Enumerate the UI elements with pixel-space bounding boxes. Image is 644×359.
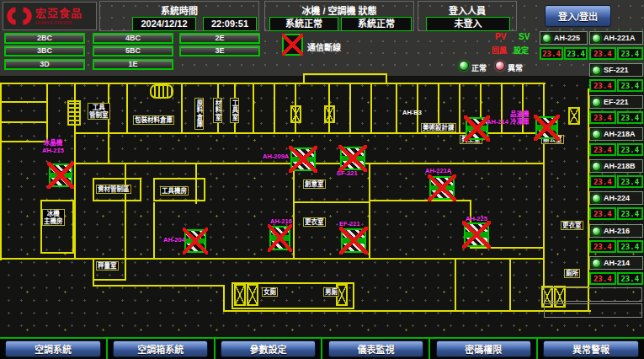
- unit-button-AH-218B[interactable]: AH-218B: [589, 159, 643, 173]
- unit-sv-value: 23.4: [617, 175, 644, 188]
- logo-text: 宏亞食品 HUNYA FOODS: [35, 8, 82, 25]
- map-wall: [93, 285, 225, 287]
- room-label: 創意室: [303, 180, 326, 189]
- floor-button-4bc[interactable]: 4BC: [93, 33, 173, 44]
- unit-sv-value: 23.4: [617, 111, 644, 124]
- unit-pv-value: 23.4: [589, 240, 616, 253]
- unit-status-led-icon: [592, 34, 601, 43]
- ahu-comm-fail-icon[interactable]: [269, 226, 290, 250]
- unit-pv-value: 23.4: [589, 272, 616, 285]
- unit-pv-value: 23.4: [589, 175, 616, 188]
- ahu-comm-fail-icon[interactable]: [290, 147, 316, 171]
- ahu-map-label: 品溫機 冷凍庫: [510, 111, 530, 126]
- unit-temperature-values: 23.423.4: [589, 143, 643, 156]
- unit-temperature-values: 23.423.4: [589, 175, 643, 188]
- ahu-comm-fail-icon[interactable]: [49, 163, 72, 187]
- map-wall: [349, 83, 351, 132]
- map-wall: [0, 83, 546, 84]
- stairwell-x-icon: [568, 107, 580, 125]
- unit-pv-value: 23.4: [589, 79, 616, 92]
- room-label: 原料倉庫: [194, 98, 204, 130]
- map-wall: [293, 201, 370, 203]
- menu-button-ac-system[interactable]: 空調系統: [5, 340, 100, 357]
- unit-pv-value: 23.4: [589, 143, 616, 156]
- unit-temperature-values: 23.423.4: [540, 47, 588, 60]
- unit-button-AH-225[interactable]: AH-225: [540, 31, 588, 45]
- unit-button-AH-218A[interactable]: AH-218A: [589, 127, 643, 141]
- unit-name-label: AH-218A: [604, 130, 636, 138]
- room-label: 秤量室: [96, 261, 119, 271]
- unit-temperature-values: 23.423.4: [589, 207, 643, 220]
- ahu-map-label: AH-204: [163, 237, 185, 244]
- ahu-map-label: AH-225: [466, 216, 487, 223]
- map-wall: [74, 163, 76, 260]
- unit-sv-value: 23.4: [617, 47, 644, 60]
- room-label: 廁所: [564, 269, 580, 278]
- unit-sv-value: 23.4: [617, 143, 644, 156]
- unit-button-AH-216[interactable]: AH-216: [589, 224, 643, 238]
- stairwell-x-icon: [324, 105, 335, 123]
- floor-button-3bc[interactable]: 3BC: [4, 46, 85, 56]
- map-room-outline: [40, 200, 74, 254]
- pv-sub-label: 回風: [492, 45, 507, 56]
- room-label: 資材管制區: [96, 185, 131, 194]
- unit-name-label: AH-218B: [604, 162, 636, 170]
- unit-pv-value: 23.4: [589, 47, 616, 60]
- ahu-comm-fail-icon[interactable]: [340, 147, 365, 170]
- comm-fail-x-icon: [282, 34, 303, 56]
- unit-temperature-values: 23.423.4: [589, 79, 643, 92]
- floor-button-2bc[interactable]: 2BC: [4, 33, 85, 44]
- unit-name-label: SF-221: [604, 66, 629, 74]
- sv-sub-label: 設定: [514, 45, 529, 56]
- ahu-map-label: EF-221: [339, 221, 360, 228]
- menu-button-password-auth[interactable]: 密碼權限: [436, 340, 531, 357]
- map-wall: [0, 258, 545, 260]
- floor-button-2e[interactable]: 2E: [179, 33, 260, 44]
- unit-button-AH-214[interactable]: AH-214: [589, 256, 643, 270]
- unit-name-label: AH-214: [604, 259, 630, 267]
- unit-name-label: AH-224: [604, 194, 630, 202]
- ahu-comm-fail-icon[interactable]: [184, 229, 206, 253]
- map-wall: [369, 163, 370, 260]
- menu-button-alarm[interactable]: 異常警報: [543, 340, 638, 357]
- map-wall: [455, 258, 456, 310]
- login-logout-button[interactable]: 登入/登出: [545, 5, 611, 27]
- menu-button-ahu-system[interactable]: 空調箱系統: [113, 340, 208, 357]
- map-wall: [0, 141, 48, 142]
- unit-sv-value: 23.4: [617, 272, 644, 285]
- ahu-comm-fail-icon[interactable]: [466, 117, 488, 140]
- unit-pv-value: 23.4: [540, 47, 563, 60]
- elevator-icon: [150, 84, 173, 99]
- unit-status-led-icon: [592, 130, 601, 139]
- room-label: 工具室: [230, 98, 239, 123]
- unit-name-label: AH-225: [554, 34, 580, 42]
- empty-unit-slot: [544, 303, 642, 318]
- room-label: AH-B3: [402, 109, 423, 116]
- empty-unit-slot: [544, 287, 642, 302]
- unit-button-SF-221[interactable]: SF-221: [589, 63, 643, 77]
- ahu-comm-fail-icon[interactable]: [429, 176, 455, 200]
- map-wall: [0, 101, 48, 103]
- ahu-comm-fail-icon[interactable]: [341, 228, 366, 253]
- map-wall: [153, 202, 155, 260]
- unit-button-AH-221A[interactable]: AH-221A: [589, 31, 643, 45]
- menu-button-param-setting[interactable]: 參數設定: [221, 340, 316, 357]
- ahu-comm-fail-icon[interactable]: [464, 222, 489, 247]
- unit-status-led-icon: [592, 259, 601, 268]
- hmi-screen: 工具 管制室包裝材料倉庫原料倉庫材料室工具室AH-B3美術設計課美工室辦公室資材…: [0, 0, 644, 359]
- login-section: 登入人員 未登入: [418, 1, 517, 31]
- floor-button-3d[interactable]: 3D: [4, 59, 85, 70]
- ahu-comm-fail-icon[interactable]: [535, 116, 558, 139]
- menu-button-meter-monitor[interactable]: 儀表監視: [328, 340, 423, 357]
- unit-button-EF-221[interactable]: EF-221: [589, 95, 643, 109]
- unit-button-AH-224[interactable]: AH-224: [589, 191, 643, 205]
- map-wall: [223, 285, 225, 312]
- floor-button-5bc[interactable]: 5BC: [93, 46, 173, 56]
- floor-button-1e[interactable]: 1E: [93, 59, 173, 70]
- unit-status-led-icon: [592, 162, 601, 171]
- map-wall: [108, 83, 109, 164]
- floor-button-3e[interactable]: 3E: [179, 46, 260, 56]
- stairwell-x-icon: [247, 284, 258, 306]
- stairs-icon: [67, 100, 81, 126]
- map-wall: [274, 83, 275, 132]
